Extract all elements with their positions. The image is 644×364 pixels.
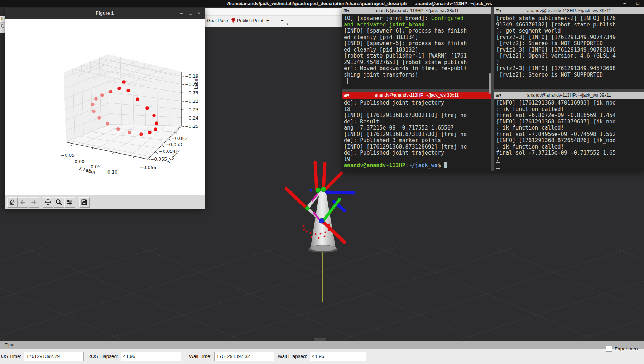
terminal-pane-top-left[interactable]: ⊞▾anandv@anandv-113HP: ~/jack_ws 38x1110… — [342, 7, 491, 89]
time-panel: Time OS Time:1761291392.29ROS Elapsed:41… — [0, 341, 644, 364]
terminal-pane-titlebar[interactable]: ⊞▾anandv@anandv-113HP: ~/jack_ws 38x11 — [342, 7, 491, 14]
interact-tool-fragment[interactable] — [0, 23, 5, 33]
tool-dropdown-caret[interactable]: ▾ — [287, 22, 288, 26]
ground-grid — [0, 247, 644, 341]
experimental-checkbox[interactable] — [606, 346, 612, 352]
terminal-maximize-button[interactable]: □ — [635, 0, 641, 6]
terminal-grouping-icon[interactable]: ⊞▾ — [496, 92, 501, 99]
home-button[interactable] — [7, 197, 18, 208]
robot-model — [286, 162, 354, 302]
desktop: le Goal Pose Publish Point + − ▾ /home/a… — [0, 0, 644, 364]
time-fields-row: OS Time:1761291392.29ROS Elapsed:41.96Wa… — [0, 349, 644, 364]
terminal-pane-title: anandv@anandv-113HP: ~/jack_ws 38x11 — [375, 8, 459, 13]
save-button[interactable] — [79, 197, 90, 208]
terminal-line: 19 — [344, 156, 491, 163]
terminal-line: shing joint transforms! — [344, 72, 491, 78]
terminal-output: 10] [spawner_joint_broad]: Configuredand… — [342, 14, 491, 84]
pan-move-icon — [44, 199, 52, 206]
svg-text:0.00: 0.00 — [75, 159, 85, 164]
svg-text:−0.055: −0.055 — [150, 156, 167, 162]
sliders-icon — [66, 199, 73, 206]
wall-time-input[interactable]: 1761291392.32 — [214, 352, 274, 361]
svg-text:−0.052: −0.052 — [171, 136, 188, 141]
remove-tool-button[interactable]: − — [281, 18, 283, 23]
home-icon — [9, 199, 16, 206]
wall-elapsed-input[interactable]: 41.96 — [310, 352, 366, 361]
svg-text:−0.053: −0.053 — [165, 142, 182, 147]
zoom-button[interactable] — [54, 197, 64, 208]
experimental-label: Experimen — [615, 346, 638, 351]
terminal-pane-bottom-right[interactable]: ⊞▾anandv@anandv-113HP: ~/jack_ws 39x11[I… — [494, 92, 644, 171]
top-bar: /home/anandv/jack_ws/install/quadruped_d… — [0, 0, 644, 7]
terminal-grouping-icon[interactable]: ⊞▾ — [496, 7, 501, 14]
wall-elapsed-label: Wall Elapsed: — [278, 354, 307, 359]
terminal-pane-bottom-left[interactable]: ⊞▾anandv@anandv-113HP: ~/jack_ws 38x11de… — [342, 92, 491, 171]
terminal-scrollbar-thumb[interactable] — [489, 73, 491, 94]
terminal-line: [INFO] [1761291368.470116993] [ik_nod — [496, 100, 644, 106]
rviz-menubar — [205, 8, 342, 16]
terminal-line: : ik function called! — [496, 144, 644, 150]
terminal-line: [INFO] [1761291368.671379637] [ik_nod — [496, 119, 644, 125]
terminal-line: final sol -7.04956e-09 -0.74598 1.562 — [496, 131, 644, 138]
displays-panel-edge — [0, 33, 5, 209]
terminal-line: [rviz2-3] [INFO] [1761291349.90747349 — [496, 34, 644, 41]
terminal-pane-titlebar[interactable]: ⊞▾anandv@anandv-113HP: ~/jack_ws 39x11 — [494, 92, 644, 99]
terminal-pane-titlebar[interactable]: ⊞▾anandv@anandv-113HP: ~/jack_ws 38x11 — [342, 92, 491, 99]
svg-text:−0.25: −0.25 — [185, 123, 198, 129]
terminal-line: ed cleanly [pid 183132] — [344, 47, 491, 53]
terminal-line: [rviz2]: OpenGl version: 4.6 (GLSL 4 — [496, 53, 644, 59]
splitter-handle[interactable] — [314, 338, 326, 341]
figure-canvas[interactable]: −0.050.000.050.10−0.052−0.053−0.054−0.05… — [5, 19, 205, 195]
terminal-line — [344, 78, 491, 84]
figure-maximize-button[interactable]: □ — [187, 10, 194, 16]
file-menu-fragment[interactable]: le — [0, 16, 5, 23]
terminal-output: de]: Published joint trajectory18[INFO] … — [342, 99, 491, 169]
figure-title: Figure 1 — [5, 10, 205, 16]
figure-window: Figure 1 – □ × −0.050.000.050.10−0.052−0… — [5, 8, 205, 209]
time-panel-header: Time — [0, 341, 644, 349]
terminal-grouping-icon[interactable]: ⊞▾ — [343, 92, 349, 99]
figure-minimize-button[interactable]: – — [178, 10, 184, 16]
figure-titlebar[interactable]: Figure 1 – □ × — [5, 8, 205, 19]
back-button[interactable] — [18, 197, 28, 208]
svg-text:−0.056: −0.056 — [140, 165, 156, 170]
terminal-window-title: anandv@anandv-113HP: ~/jack_ws — [393, 1, 514, 6]
terminal-line: 7 — [496, 156, 644, 163]
terminal-line: de]: Published 3 marker points — [344, 137, 491, 144]
terminal-line: final sol -6.8072e-09 -0.818569 1.454 — [496, 112, 644, 119]
svg-text:−0.24: −0.24 — [185, 115, 198, 121]
terminal-line: final sol -7.37215e-09 -0.717552 1.65 — [496, 150, 644, 156]
terminal-line — [496, 78, 644, 84]
ros-time-label: OS Time: — [1, 354, 21, 359]
publish-point-button[interactable]: Publish Point — [237, 18, 263, 23]
goal-pose-button[interactable]: Goal Pose — [207, 18, 228, 23]
terminal-pane-title: anandv@anandv-113HP: ~/jack_ws 39x11 — [527, 93, 611, 98]
terminal-grouping-icon[interactable]: ⊞▾ — [343, 7, 349, 14]
terminal-line: [robot_state_publisher-1] [WARN] [1761 — [344, 53, 491, 59]
figure-toolbar — [5, 195, 205, 209]
terminal-line: [INFO] [1761291368.872654826] [ik_nod — [496, 137, 644, 144]
terminal-pane-top-right[interactable]: ⊞▾anandv@anandv-113HP: ~/jack_ws 39x11[r… — [494, 7, 644, 89]
svg-text:−0.23: −0.23 — [185, 107, 198, 112]
terminal-line: [rviz2]: Stereo is NOT SUPPORTED — [496, 72, 644, 78]
terminal-line: 291349.454827651] [robot_state_publish — [344, 59, 491, 66]
terminal-minimize-button[interactable]: – — [621, 0, 628, 6]
terminal-line: [INFO] [spawner-6]: process has finish — [344, 28, 491, 34]
terminal-line: anandv@anandv-113HP:~/jack_ws$ — [344, 162, 491, 169]
figure-close-button[interactable]: × — [196, 10, 202, 16]
terminal-line: [INFO] [1761291368.873002110] [traj_no — [344, 112, 491, 119]
magnifier-icon — [55, 199, 62, 206]
terminal-pane-titlebar[interactable]: ⊞▾anandv@anandv-113HP: ~/jack_ws 39x11 — [494, 7, 644, 14]
ros-elapsed-input[interactable]: 41.96 — [121, 352, 181, 361]
subplots-button[interactable] — [64, 197, 75, 208]
terminal-line: [INFO] [1761291368.873101730] [traj_no — [344, 131, 491, 138]
pan-button[interactable] — [43, 197, 53, 208]
ros-time-input[interactable]: 1761291392.29 — [24, 352, 84, 361]
svg-text:−0.22: −0.22 — [185, 98, 198, 104]
terminal-line: 91349.466370182] [robot_state_publish — [496, 22, 644, 28]
terminal-line: : ik function called! — [496, 106, 644, 113]
forward-button[interactable] — [29, 197, 39, 208]
terminal-line: [rviz2]: Stereo is NOT SUPPORTED — [496, 40, 644, 47]
add-tool-button[interactable]: + — [266, 18, 269, 23]
terminal-line: de]: Published joint trajectory — [344, 150, 491, 156]
